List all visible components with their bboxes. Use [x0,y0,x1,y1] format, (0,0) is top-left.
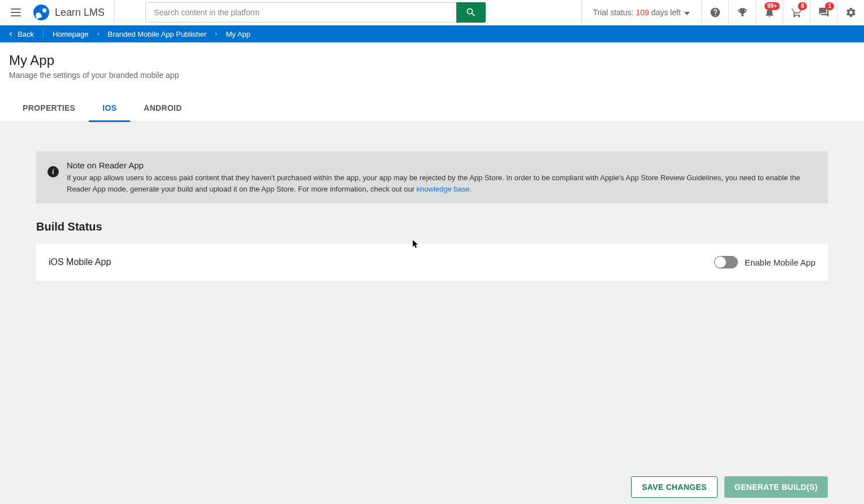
generate-builds-button[interactable]: GENERATE BUILD(S) [724,476,828,498]
cart-button[interactable]: 8 [783,0,810,25]
breadcrumb-current: My App [226,30,250,38]
hamburger-icon [11,8,21,16]
help-icon [710,7,721,18]
logo-text: Learn LMS [55,7,105,19]
search-input[interactable] [145,2,456,23]
chevron-right-icon [96,30,101,38]
chevron-left-icon [7,30,15,38]
note-body: If your app allows users to access paid … [67,172,817,194]
enable-app-toggle[interactable] [714,256,738,268]
trial-days: 109 [636,8,649,17]
settings-button[interactable] [837,0,864,25]
toggle-label: Enable Mobile App [745,258,815,267]
trial-suffix: days left [651,8,681,17]
caret-down-icon [684,8,690,17]
top-header: Learn LMS Trial status: 109 days left 99… [0,0,864,25]
logo-block[interactable]: Learn LMS [31,0,114,25]
tab-ios[interactable]: IOS [89,95,130,122]
toggle-wrap: Enable Mobile App [714,256,815,268]
mouse-cursor [413,240,420,249]
back-link[interactable]: Back [7,30,44,38]
breadcrumb-bar: Back Homepage Branded Mobile App Publish… [0,25,864,42]
hamburger-menu-button[interactable] [0,0,31,25]
toggle-knob [715,257,726,268]
footer-actions: SAVE CHANGES GENERATE BUILD(S) [0,470,864,504]
notifications-badge: 99+ [764,2,780,10]
build-status-title: Build Status [36,220,828,233]
trial-prefix: Trial status: [593,8,634,17]
help-button[interactable] [701,0,728,25]
chevron-right-icon [213,30,219,38]
messages-badge: 1 [825,2,834,10]
trophy-icon [737,7,748,18]
save-changes-button[interactable]: SAVE CHANGES [631,476,718,498]
search-wrap [145,2,486,23]
header-right: Trial status: 109 days left 99+ 8 1 [581,0,864,25]
notifications-button[interactable]: 99+ [755,0,783,25]
knowledge-base-link[interactable]: knowledge base. [417,185,472,193]
cart-badge: 8 [798,2,807,10]
build-label: iOS Mobile App [49,257,111,267]
content-area: i Note on Reader App If your app allows … [0,122,864,472]
breadcrumb-publisher[interactable]: Branded Mobile App Publisher [108,30,207,38]
tab-properties[interactable]: PROPERTIES [9,95,89,121]
page-head: My App Manage the settings of your brand… [0,42,864,85]
logo-icon [33,5,49,20]
search-button[interactable] [456,2,486,23]
note-text: Note on Reader App If your app allows us… [67,160,817,194]
page-subtitle: Manage the settings of your branded mobi… [9,71,855,80]
info-icon: i [47,166,59,177]
back-label: Back [18,30,34,38]
search-icon [465,7,477,18]
gear-icon [845,7,857,18]
note-title: Note on Reader App [67,160,817,170]
note-box: i Note on Reader App If your app allows … [36,151,828,203]
build-card: iOS Mobile App Enable Mobile App [36,244,828,281]
trial-status-dropdown[interactable]: Trial status: 109 days left [581,0,701,25]
page-title: My App [9,53,855,68]
messages-button[interactable]: 1 [810,0,837,25]
breadcrumb-homepage[interactable]: Homepage [53,30,89,38]
tabs: PROPERTIES IOS ANDROID [0,95,864,122]
trophy-button[interactable] [728,0,755,25]
tab-android[interactable]: ANDROID [130,95,195,121]
